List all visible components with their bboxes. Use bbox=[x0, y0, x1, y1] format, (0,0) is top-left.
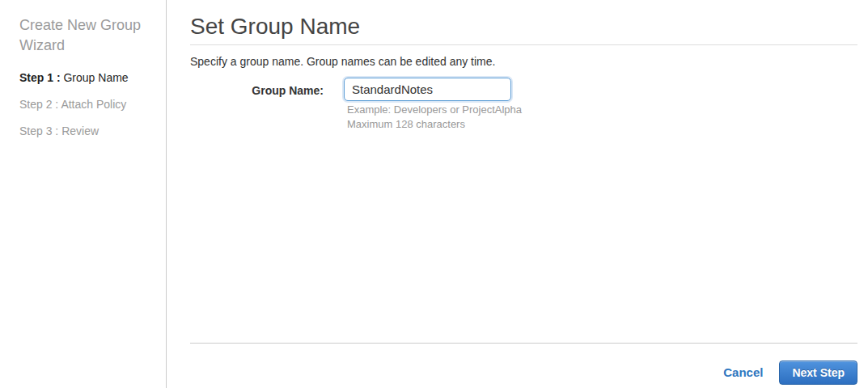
wizard-step-attach-policy[interactable]: Step 2 : Attach Policy bbox=[19, 98, 126, 111]
wizard-step-group-name[interactable]: Step 1 : Group Name bbox=[19, 71, 129, 84]
group-name-example-hint: Example: Developers or ProjectAlpha bbox=[347, 103, 522, 116]
sidebar-divider bbox=[166, 0, 167, 388]
wizard-title: Create New Group Wizard bbox=[19, 15, 149, 56]
step-label: Group Name bbox=[63, 71, 128, 84]
page-title: Set Group Name bbox=[190, 14, 360, 40]
title-divider bbox=[190, 44, 857, 45]
group-name-label: Group Name: bbox=[190, 84, 324, 97]
create-group-wizard-page: Create New Group Wizard Step 1 : Group N… bbox=[0, 0, 868, 388]
step-number: Step 1 : bbox=[19, 71, 63, 84]
footer-divider bbox=[190, 343, 857, 344]
step-number: Step 3 : bbox=[19, 124, 61, 137]
page-description: Specify a group name. Group names can be… bbox=[190, 55, 495, 68]
step-label: Review bbox=[61, 124, 99, 137]
group-name-max-hint: Maximum 128 characters bbox=[347, 118, 465, 130]
next-step-button[interactable]: Next Step bbox=[779, 361, 857, 385]
step-number: Step 2 : bbox=[19, 98, 61, 111]
step-label: Attach Policy bbox=[61, 98, 126, 111]
footer-actions: Cancel Next Step bbox=[723, 360, 857, 385]
cancel-button[interactable]: Cancel bbox=[723, 365, 763, 379]
wizard-step-review[interactable]: Step 3 : Review bbox=[19, 124, 99, 137]
group-name-input[interactable] bbox=[344, 78, 511, 101]
